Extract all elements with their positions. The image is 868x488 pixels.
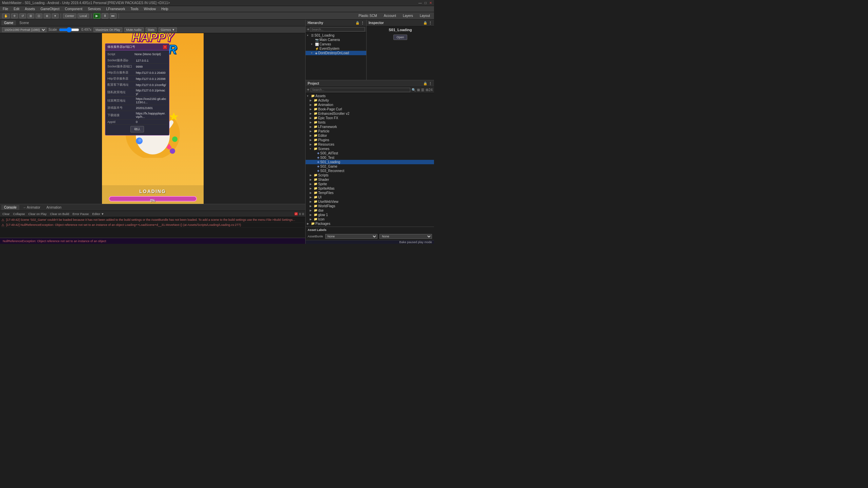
asset-label-select[interactable]: None (379, 234, 432, 239)
project-item-s00-test[interactable]: ◈ S00_Test (306, 155, 434, 160)
toolbar-local-btn[interactable]: Local (78, 14, 89, 18)
project-item-s01-loading[interactable]: ◈ S01_Loading (306, 160, 434, 164)
tab-console[interactable]: Console (1, 205, 19, 210)
project-lock-btn[interactable]: 🔒 (423, 82, 427, 85)
plastic-scm-btn[interactable]: Plastic SCM (356, 14, 379, 18)
project-item-sprite[interactable]: ▶ 📁 Sprite (306, 182, 434, 186)
project-search[interactable] (311, 88, 410, 92)
dialog-close-btn[interactable]: × (163, 45, 167, 49)
project-item-fonts[interactable]: ▶ 📁 fonts (306, 120, 434, 125)
hierarchy-add-btn[interactable]: + (307, 27, 309, 32)
close-btn[interactable]: ✕ (429, 1, 432, 5)
toolbar-hand-tool[interactable]: ✋ (2, 14, 10, 18)
minimize-btn[interactable]: — (418, 1, 422, 5)
project-item-editor[interactable]: ▶ 📁 Editor (306, 133, 434, 138)
project-item-animation[interactable]: ▶ 📁 Animation (306, 103, 434, 107)
project-item-shader[interactable]: ▶ 📁 Shader (306, 177, 434, 182)
project-item-glow1[interactable]: ▶ 📁 glow 1 (306, 213, 434, 217)
menu-lframework[interactable]: LFramework (105, 7, 127, 11)
project-item-s03-reconnect[interactable]: ◈ S03_Reconnect (306, 169, 434, 173)
hierarchy-item-s01loading[interactable]: ▾ ☰ S01_Loading (306, 33, 366, 38)
tab-animation[interactable]: Animation (44, 205, 64, 210)
tab-animator[interactable]: → Animator (20, 205, 43, 210)
project-item-tempfiles[interactable]: ▶ 📁 TempFiles (306, 191, 434, 195)
console-entry-1[interactable]: ⚠ [17:49:42] NullReferenceException: Obj… (1, 223, 304, 228)
menu-assets[interactable]: Assets (23, 7, 36, 11)
toolbar-custom-tool[interactable]: ✦ (52, 14, 59, 18)
toolbar-transform-tool[interactable]: ⊕ (44, 14, 50, 18)
tab-game[interactable]: Game (1, 20, 16, 25)
maximize-btn[interactable]: □ (425, 1, 427, 5)
project-item-worldflags[interactable]: ▶ 📁 WorldFlags (306, 204, 434, 208)
menu-help[interactable]: Help (160, 7, 170, 11)
project-item-usewebview[interactable]: ▶ 📁 UseWebView (306, 199, 434, 204)
project-item-dse[interactable]: ▶ 📁 dse (306, 208, 434, 213)
project-item-s02-game[interactable]: ◈ S02_Game (306, 164, 434, 169)
project-item-lframework[interactable]: ▶ 📁 LFramework (306, 125, 434, 129)
project-item-ui[interactable]: ▶ 📁 UI (306, 195, 434, 199)
toolbar-move-tool[interactable]: ✛ (11, 14, 18, 18)
open-btn[interactable]: Open (393, 35, 407, 40)
project-item-s00-alltest[interactable]: ◈ S00_AllTest (306, 151, 434, 155)
asset-bundle-select[interactable]: None (325, 234, 378, 239)
hierarchy-search[interactable] (310, 27, 365, 31)
project-more-btn[interactable]: ⋮ (429, 82, 432, 85)
pause-button[interactable]: ⏸ (102, 13, 108, 19)
project-item-particle[interactable]: ▶ 📁 Particle (306, 129, 434, 133)
resolution-select[interactable]: 1920x1080 Portrait (1080) (2, 27, 46, 32)
hierarchy-item-eventsystem[interactable]: ⚡ EventSystem (306, 46, 366, 51)
editor-dropdown-btn[interactable]: Editor ▼ (91, 212, 105, 216)
tab-scene[interactable]: Scene (17, 20, 32, 25)
stats-btn[interactable]: Stats (146, 27, 157, 32)
project-item-icon[interactable]: ▶ 📁 Icon (306, 217, 434, 221)
hierarchy-more-btn[interactable]: ⋮ (361, 21, 364, 25)
project-item-spriteatlas[interactable]: ▶ 📁 SpriteAtlas (306, 186, 434, 191)
hierarchy-item-maincamera[interactable]: 📷 Main Camera (306, 38, 366, 42)
hierarchy-lock-btn[interactable]: 🔒 (355, 21, 359, 25)
scale-slider[interactable] (59, 28, 79, 31)
gizmos-btn[interactable]: Gizmos ▼ (159, 27, 177, 32)
project-item-enhancedscroller[interactable]: ▶ 📁 EnhancedScroller v2 (306, 111, 434, 116)
toolbar-rect-tool[interactable]: ⊡ (36, 14, 42, 18)
menu-services[interactable]: Services (86, 7, 102, 11)
hierarchy-item-canvas[interactable]: ▾ ⬜ Canvas (306, 42, 366, 46)
hierarchy-item-dontdestroyonload[interactable]: ▾ ◈ DontDestroyOnLoad (306, 51, 366, 55)
account-dropdown[interactable]: Account (382, 14, 398, 18)
project-item-scenes[interactable]: ▾ 📁 Scenes (306, 147, 434, 151)
menu-component[interactable]: Component (64, 7, 84, 11)
play-button[interactable]: ▶ (94, 13, 100, 19)
layers-dropdown[interactable]: Layers (401, 14, 415, 18)
error-pause-btn[interactable]: Error Pause (71, 212, 90, 216)
menu-tools[interactable]: Tools (129, 7, 140, 11)
project-item-epic-toon-fx[interactable]: ▶ 📁 Epic Toon FX (306, 116, 434, 120)
project-item-scripts[interactable]: ▶ 📁 Scripts (306, 173, 434, 177)
project-item-packages[interactable]: ▶ 📁 Packages (306, 221, 434, 226)
toolbar-scale-tool[interactable]: ⊞ (27, 14, 34, 18)
clear-on-play-btn[interactable]: Clear on Play (27, 212, 48, 216)
inspector-lock-btn[interactable]: 🔒 (423, 21, 427, 25)
project-add-btn[interactable]: + (307, 87, 309, 92)
console-entry-0[interactable]: ⚠ [17:49:42] Scene 'S02_Game' couldn't b… (1, 218, 304, 223)
project-item-resources[interactable]: ▶ 📁 Resources (306, 142, 434, 147)
project-list-view-btn[interactable]: ☰ (421, 88, 424, 92)
project-item-assets[interactable]: ▾ 📁 Assets (306, 94, 434, 98)
layout-dropdown[interactable]: Layout (418, 14, 432, 18)
inspector-more-btn[interactable]: ⋮ (429, 21, 432, 25)
menu-file[interactable]: File (1, 7, 9, 11)
project-icon-view-btn[interactable]: ⊞ (417, 88, 420, 92)
clear-btn[interactable]: Clear (1, 212, 11, 216)
maximize-on-play-btn[interactable]: Maximize On Play (94, 27, 122, 32)
toolbar-rotate-tool[interactable]: ↺ (19, 14, 26, 18)
menu-window[interactable]: Window (143, 7, 158, 11)
menu-edit[interactable]: Edit (12, 7, 21, 11)
project-item-activity[interactable]: ▶ 📁 Activity (306, 98, 434, 103)
mute-audio-btn[interactable]: Mute Audio (124, 27, 144, 32)
menu-gameobject[interactable]: GameObject (39, 7, 61, 11)
collapse-btn[interactable]: Collapse (12, 212, 26, 216)
project-item-book-page-curl[interactable]: ▶ 📁 Book-Page Curl (306, 107, 434, 111)
project-item-plugins[interactable]: ▶ 📁 Plugins (306, 138, 434, 142)
dialog-confirm-btn[interactable]: 确认 (130, 126, 144, 132)
step-button[interactable]: ⏭ (110, 13, 117, 19)
toolbar-center-btn[interactable]: Center (63, 14, 76, 18)
clear-on-build-btn[interactable]: Clear on Build (49, 212, 70, 216)
